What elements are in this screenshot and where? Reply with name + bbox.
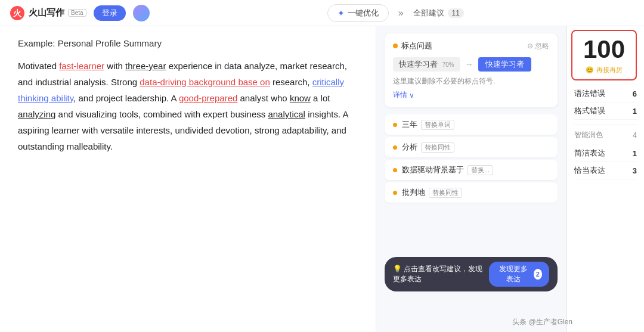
app-name: 火山写作 <box>29 7 64 18</box>
score-box: 100 😊 再接再厉 <box>571 30 637 80</box>
right-item-geshi[interactable]: 格式错误 1 <box>574 103 637 120</box>
logo-icon: 火 <box>10 5 25 21</box>
suggestion-count-area: 全部建议 11 <box>413 8 464 18</box>
card-desc: 这里建议删除不必要的标点符号. <box>393 76 549 86</box>
svg-text:火: 火 <box>13 8 22 18</box>
item-text-3: 数据驱动背景基于 <box>402 165 464 175</box>
item-tag-3: 替换... <box>467 165 493 175</box>
ignore-label: 忽略 <box>535 41 549 51</box>
item-text-2: 分析 <box>402 142 417 153</box>
suggestion-item-2[interactable]: 分析 替换同性 <box>385 137 558 157</box>
suggestion-item-3[interactable]: 数据驱动背景基于 替换... <box>385 160 558 180</box>
card-detail-btn[interactable]: 详情 ∨ <box>393 90 549 100</box>
card-dot <box>393 44 398 48</box>
word-data-driving[interactable]: data-driving background base on <box>140 77 270 87</box>
card-title: 标点问题 <box>393 41 432 51</box>
optimize-label: 一键优化 <box>348 8 379 18</box>
discover-label: 发现更多表达 <box>496 264 531 284</box>
login-button[interactable]: 登录 <box>94 5 126 21</box>
word-know[interactable]: know <box>290 93 311 103</box>
right-item-label: 格式错误 <box>574 106 605 116</box>
item-dot <box>393 145 397 150</box>
item-tag-1: 替换单词 <box>421 120 454 130</box>
item-tag-2: 替换同性 <box>421 142 454 153</box>
section2-title: 智能润色 <box>574 130 603 140</box>
right-item-label: 语法错误 <box>574 88 605 99</box>
card-header: 标点问题 ⊖ 忽略 <box>393 41 549 51</box>
arrow-icon: → <box>465 60 473 69</box>
score-number: 100 <box>580 37 628 62</box>
beta-badge: Beta <box>68 9 86 17</box>
suggestion-card-punctuation[interactable]: 标点问题 ⊖ 忽略 快速学习者 70% → 快速学习者 这里建议删除不必要的标点… <box>385 33 558 107</box>
section2-count: 4 <box>633 131 637 139</box>
suggestion-label: 全部建议 <box>413 8 444 18</box>
item-dot <box>393 168 397 172</box>
tooltip-bar: 💡 点击查看改写建议，发现更多表达 发现更多表达 2 <box>385 257 558 291</box>
right-item-jianjie[interactable]: 简洁表达 1 <box>574 145 637 162</box>
right-section-title-2: 智能润色 4 <box>574 130 637 140</box>
more-button[interactable]: » <box>394 5 408 21</box>
discover-button[interactable]: 发现更多表达 2 <box>489 262 549 287</box>
chevron-down-icon: ∨ <box>409 91 414 100</box>
item-text-1: 三年 <box>402 119 417 130</box>
card-ignore-btn[interactable]: ⊖ 忽略 <box>527 41 549 51</box>
word-good-prepared[interactable]: good-prepared <box>179 93 237 103</box>
right-item-num: 6 <box>633 89 637 98</box>
top-bar: 火 火山写作 Beta 登录 ✦ 一键优化 » 全部建议 11 <box>0 0 644 26</box>
compare-row: 快速学习者 70% → 快速学习者 <box>393 57 549 72</box>
top-center: ✦ 一键优化 » 全部建议 11 <box>157 4 634 22</box>
optimize-button[interactable]: ✦ 一键优化 <box>327 4 389 22</box>
suggested-word[interactable]: 快速学习者 <box>478 57 531 72</box>
avatar[interactable] <box>133 5 150 21</box>
word-three-year[interactable]: three-year <box>125 61 166 71</box>
suggestion-panel: 标点问题 ⊖ 忽略 快速学习者 70% → 快速学习者 这里建议删除不必要的标点… <box>376 26 566 332</box>
suggestion-item-4[interactable]: 批判地 替换同性 <box>385 182 558 203</box>
right-item-num: 1 <box>633 107 637 116</box>
spark-icon: ✦ <box>338 8 345 18</box>
match-pct: 70% <box>442 61 454 68</box>
right-item-label: 简洁表达 <box>574 148 605 159</box>
word-fast-learner[interactable]: fast-learner <box>59 61 104 71</box>
card-title-text: 标点问题 <box>401 41 432 51</box>
editor-area: Example: Personal Profile Summary Motiva… <box>0 26 376 332</box>
right-item-num: 3 <box>633 166 637 175</box>
doc-title: Example: Personal Profile Summary <box>18 38 358 48</box>
item-dot <box>393 123 397 127</box>
right-item-yufa[interactable]: 语法错误 6 <box>574 85 637 103</box>
ignore-icon: ⊖ <box>527 42 533 50</box>
right-item-label: 恰当表达 <box>574 165 605 176</box>
suggestion-count-badge: 11 <box>448 8 464 18</box>
item-dot <box>393 191 397 195</box>
item-tag-4: 替换同性 <box>429 188 462 198</box>
right-item-num: 1 <box>633 149 637 158</box>
discover-count: 2 <box>534 269 542 280</box>
doc-body[interactable]: Motivated fast-learner with three-year e… <box>18 58 358 154</box>
right-item-qiadang[interactable]: 恰当表达 3 <box>574 162 637 179</box>
tooltip-text: 💡 点击查看改写建议，发现更多表达 <box>393 264 489 284</box>
main-layout: Example: Personal Profile Summary Motiva… <box>0 26 644 332</box>
watermark: 头条 @生产者Glen <box>512 317 572 327</box>
score-sub: 😊 再接再厉 <box>580 66 628 75</box>
original-word: 快速学习者 70% <box>393 57 460 72</box>
word-analytical[interactable]: analytical <box>268 109 305 119</box>
item-text-4: 批判地 <box>402 187 425 198</box>
suggestion-item-1[interactable]: 三年 替换单词 <box>385 114 558 135</box>
section-divider <box>574 125 637 125</box>
logo-area: 火 火山写作 Beta <box>10 5 86 21</box>
word-analyzing[interactable]: analyzing <box>18 109 55 119</box>
